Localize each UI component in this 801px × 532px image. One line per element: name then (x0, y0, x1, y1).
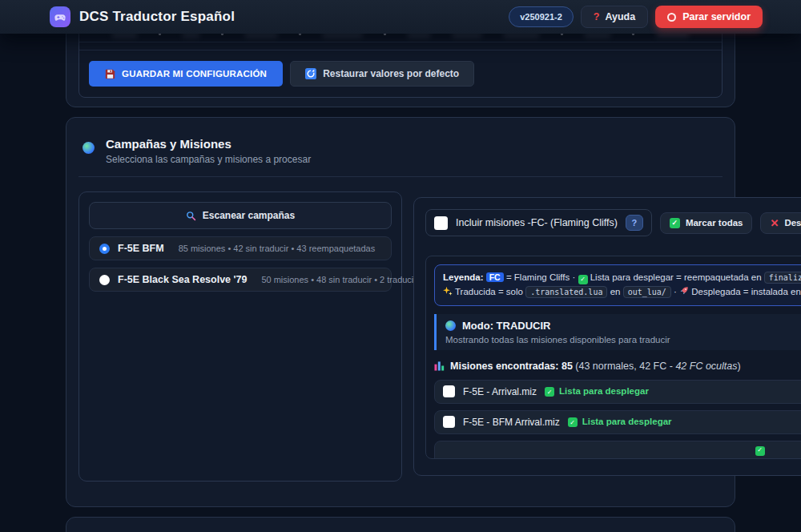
app-header: DCS Traductor Español v250921-2 ? Ayuda … (0, 0, 801, 34)
power-icon (667, 13, 676, 22)
mission-row[interactable]: F-5E - Arrival.miz ✓ Lista para desplega… (434, 380, 801, 404)
missions-panel: Incluir misiones -FC- (Flaming Cliffs) ?… (413, 197, 801, 476)
campaign-list-panel: Escanear campañas F-5E BFM 85 misiones •… (78, 191, 402, 482)
campaigns-card: Campañas y Misiones Selecciona las campa… (66, 117, 735, 507)
mission-name: F-5E - BFM01 1 vs 1 GO vs F-5E - Random.… (463, 458, 667, 459)
x-icon: ✕ (770, 218, 779, 228)
mode-subtitle: Mostrando todas las misiones disponibles… (445, 335, 801, 345)
check-icon: ✓ (568, 417, 578, 427)
mode-box: Modo: TRADUCIR Mostrando todas las misio… (434, 314, 801, 350)
refresh-icon (305, 68, 316, 79)
stop-server-label: Parar servidor (682, 11, 751, 22)
section-subtitle: Selecciona las campañas y misiones a pro… (106, 154, 311, 165)
legend-sep: · (674, 287, 677, 296)
unmark-all-button[interactable]: ✕ Desmarcar todas (760, 212, 801, 234)
divider (78, 176, 723, 177)
legend-box: Leyenda: FC = Flaming Cliffs · ✓ Lista p… (434, 264, 801, 306)
fc-badge: FC (486, 272, 504, 282)
version-badge: v250921-2 (509, 6, 574, 27)
search-icon (186, 211, 196, 221)
save-config-label: GUARDAR MI CONFIGURACIÓN (122, 69, 267, 79)
gamepad-icon (54, 10, 66, 23)
radio-selected-icon[interactable] (99, 244, 110, 254)
mission-checkbox[interactable] (443, 416, 455, 428)
help-button[interactable]: ? Ayuda (581, 6, 648, 28)
mark-all-label: Marcar todas (686, 218, 743, 228)
unmark-all-label: Desmarcar todas (784, 218, 801, 228)
check-icon: ✓ (578, 275, 588, 284)
next-section-card (66, 517, 735, 532)
ready-badge-label: Lista para desplegar (559, 386, 649, 396)
found-label: Misiones encontradas: (450, 361, 558, 372)
stop-server-button[interactable]: Parar servidor (655, 6, 763, 28)
campaign-row-black-sea[interactable]: F-5E Black Sea Resolve '79 50 misiones •… (89, 268, 392, 292)
ready-badge: ✓ Lista para desplegar (755, 445, 801, 459)
campaign-meta: 50 misiones • 48 sin traducir • 2 traduc… (261, 275, 428, 284)
app-logo (50, 6, 70, 27)
include-fc-label: Incluir misiones -FC- (Flaming Cliffs) (456, 217, 618, 228)
scan-campaigns-label: Escanear campañas (203, 210, 295, 221)
code-translated-lua: .translated.lua (525, 286, 607, 298)
found-count: 85 (562, 361, 573, 372)
include-fc-toggle[interactable]: Incluir misiones -FC- (Flaming Cliffs) ? (425, 209, 652, 236)
page-title: DCS Traductor Español (79, 9, 235, 25)
scan-campaigns-button[interactable]: Escanear campañas (89, 202, 392, 229)
mission-name: F-5E - BFM Arrival.miz (463, 417, 560, 428)
legend-text: Lista para desplegar = reempaquetada en (590, 272, 762, 282)
section-title: Campañas y Misiones (106, 137, 311, 151)
help-button-label: Ayuda (605, 11, 635, 22)
ready-badge: ✓ Lista para desplegar (568, 417, 672, 427)
legend-text: = Flaming Cliffs · (506, 272, 575, 282)
rocket-icon (679, 286, 689, 296)
floppy-disk-icon (105, 69, 115, 79)
include-fc-checkbox[interactable] (434, 216, 448, 230)
check-icon: ✓ (755, 446, 765, 456)
restore-defaults-label: Restaurar valores por defecto (323, 68, 459, 79)
question-icon: ? (594, 11, 600, 22)
missions-found-line: Misiones encontradas: 85 (43 normales, 4… (434, 361, 801, 372)
ready-badge: ✓ Lista para desplegar (545, 386, 649, 397)
mission-row[interactable]: F-5E - BFM01 1 vs 1 GO vs F-5E - Random.… (434, 441, 801, 459)
ready-badge-label: Lista para desplegar (582, 417, 672, 426)
campaign-meta: 85 misiones • 42 sin traducir • 43 reemp… (179, 244, 376, 253)
legend-text: Traducida = solo (455, 287, 523, 296)
legend-text: Desplegada = instalada en DCS. (691, 287, 801, 296)
check-icon: ✓ (670, 218, 680, 228)
fc-help-button[interactable]: ? (626, 215, 643, 231)
mark-all-button[interactable]: ✓ Marcar todas (660, 212, 753, 234)
mission-name: F-5E - Arrival.miz (463, 386, 537, 397)
bar-chart-icon (434, 361, 445, 371)
globe-icon (445, 320, 456, 331)
found-close: ) (738, 361, 741, 372)
globe-icon (83, 142, 95, 154)
mission-row[interactable]: F-5E - BFM Arrival.miz ✓ Lista para desp… (434, 410, 801, 434)
restore-defaults-button[interactable]: Restaurar valores por defecto (290, 61, 474, 87)
sparkles-icon (443, 286, 453, 296)
mission-checkbox[interactable] (443, 385, 455, 397)
found-hidden: 42 FC ocultas (675, 361, 737, 372)
campaign-row-bfm[interactable]: F-5E BFM 85 misiones • 42 sin traducir •… (89, 236, 392, 260)
code-out-lua: out_lua/ (623, 286, 671, 298)
save-config-button[interactable]: GUARDAR MI CONFIGURACIÓN (89, 61, 283, 87)
radio-unselected-icon[interactable] (99, 275, 110, 285)
campaign-name: F-5E BFM (118, 243, 164, 254)
code-finalizado: finalizado/ (764, 272, 801, 284)
legend-text: en (610, 287, 621, 296)
check-icon: ✓ (545, 387, 554, 397)
campaign-name: F-5E Black Sea Resolve '79 (118, 274, 247, 285)
missions-scroll-area[interactable]: Leyenda: FC = Flaming Cliffs · ✓ Lista p… (425, 256, 801, 459)
legend-label: Leyenda: (443, 272, 484, 282)
mode-title: Modo: TRADUCIR (462, 320, 550, 332)
found-detail: (43 normales, 42 FC - (575, 361, 673, 372)
